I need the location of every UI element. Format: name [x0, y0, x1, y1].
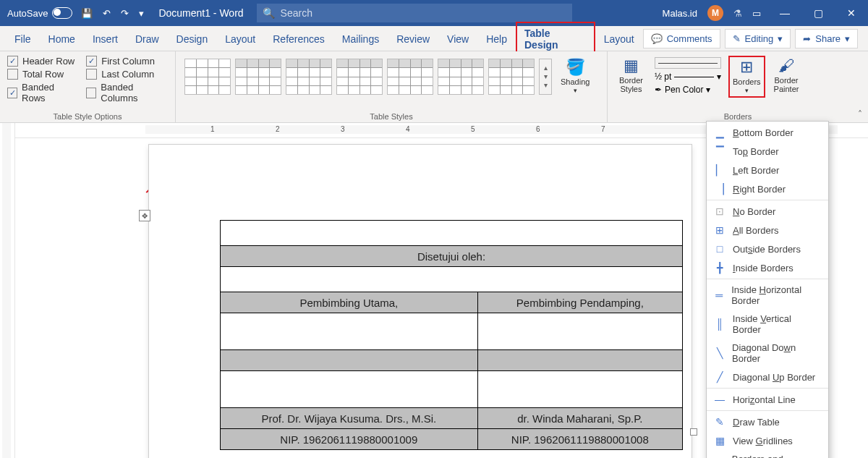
chk-banded-columns[interactable]: Banded Columns	[86, 82, 168, 103]
menu-outside-borders[interactable]: □Outside Borders	[707, 239, 828, 258]
menu-no-border[interactable]: ⊡No Border	[707, 202, 828, 221]
border-styles-button[interactable]: ▦Border Styles	[615, 56, 647, 95]
chevron-down-icon: ▾	[745, 88, 749, 95]
chk-banded-rows[interactable]: ✓Banded Rows	[7, 82, 76, 103]
save-icon[interactable]: 💾	[81, 8, 93, 19]
tab-references[interactable]: References	[264, 27, 333, 49]
style-thumb[interactable]	[438, 59, 484, 95]
chk-header-row[interactable]: ✓Header Row	[7, 56, 76, 67]
close-button[interactable]: ✕	[835, 0, 868, 26]
editing-button[interactable]: ✎Editing▾	[725, 29, 791, 48]
chevron-down-icon[interactable]: ▾	[717, 72, 721, 82]
menu-diag-down[interactable]: ╲Diagonal Down Border	[707, 339, 828, 368]
tab-insert[interactable]: Insert	[84, 27, 127, 49]
user-name[interactable]: Malas.id	[663, 8, 697, 19]
menu-horizontal-line[interactable]: ―Horizontal Line	[707, 390, 828, 409]
chk-last-column[interactable]: Last Column	[86, 69, 168, 80]
coming-soon-icon[interactable]: ⚗	[733, 8, 742, 19]
table-title[interactable]: Disetujui oleh:	[221, 246, 683, 267]
border-styles-icon: ▦	[624, 57, 639, 75]
table-resize-handle[interactable]	[690, 428, 697, 436]
borders-button >button[interactable]: ⊞Borders▾	[728, 56, 765, 98]
share-button[interactable]: ➦Share▾	[795, 29, 858, 48]
share-icon: ➦	[803, 33, 811, 44]
ribbon-display-icon[interactable]: ▭	[752, 8, 761, 19]
tab-review[interactable]: Review	[388, 27, 438, 49]
search-placeholder: Search	[281, 7, 312, 19]
menu-right-border[interactable]: ▕Right Border	[707, 179, 828, 198]
tab-mailings[interactable]: Mailings	[333, 27, 388, 49]
chevron-down-icon: ▾	[778, 33, 783, 44]
inside-v-icon: ║	[714, 318, 726, 330]
group-table-styles: ▴▾▾ 🪣Shading▾ Table Styles	[176, 51, 608, 122]
tab-draw[interactable]: Draw	[127, 27, 168, 49]
col1-header[interactable]: Pembimbing Utama,	[221, 292, 478, 313]
menu-view-gridlines[interactable]: ▦View Gridlines	[707, 431, 828, 450]
tab-table-layout[interactable]: Layout	[595, 27, 643, 49]
avatar[interactable]: M	[707, 5, 723, 21]
vertical-ruler[interactable]	[0, 123, 15, 458]
borders-icon: ⊞	[740, 59, 753, 76]
titlebar: AutoSave 💾 ↶ ↷ ▾ Document1 - Word 🔍 Sear…	[0, 0, 868, 26]
style-thumb[interactable]	[488, 59, 535, 95]
style-thumb[interactable]	[286, 59, 332, 95]
menu-inside-horizontal[interactable]: ═Inside Horizontal Border	[707, 281, 828, 310]
tab-table-design[interactable]: Table Design	[516, 22, 595, 55]
col2-header[interactable]: Pembimbing Pendamping,	[477, 292, 682, 313]
search-box[interactable]: 🔍 Search	[257, 4, 572, 22]
table-move-handle[interactable]: ✥	[139, 210, 150, 221]
menu-inside-vertical[interactable]: ║Inside Vertical Border	[707, 310, 828, 339]
menu-borders-and-shading[interactable]: ▣Borders and Shading...	[707, 450, 828, 458]
page[interactable]: ✥ Disetujui oleh: Pembimbing Utama, Pemb…	[149, 145, 692, 458]
menu-bottom-border[interactable]: ▁Bottom Border	[707, 123, 828, 142]
menu-left-border[interactable]: ▏Left Border	[707, 161, 828, 179]
menu-inside-borders[interactable]: ╋Inside Borders	[707, 258, 828, 277]
nip1-cell[interactable]: NIP. 1962061119880001009	[221, 429, 478, 450]
chk-total-row[interactable]: Total Row	[7, 69, 76, 80]
gridlines-icon: ▦	[714, 435, 726, 446]
tab-view[interactable]: View	[438, 27, 477, 49]
tab-file[interactable]: File	[6, 27, 40, 49]
all-borders-icon: ⊞	[714, 224, 726, 236]
document-table[interactable]: Disetujui oleh: Pembimbing Utama, Pembim…	[220, 220, 683, 450]
autosave-label: AutoSave	[7, 8, 48, 19]
tab-home[interactable]: Home	[40, 27, 84, 49]
comments-button[interactable]: 💬Comments	[643, 29, 720, 48]
border-painter-button[interactable]: 🖌Border Painter	[770, 56, 804, 95]
style-thumb[interactable]	[387, 59, 433, 95]
painter-icon: 🖌	[778, 57, 794, 75]
no-border-icon: ⊡	[714, 205, 726, 217]
diag-up-icon: ╱	[714, 371, 726, 383]
tab-layout[interactable]: Layout	[216, 27, 264, 49]
line-style-selector[interactable]	[655, 57, 721, 69]
styles-more-button[interactable]: ▴▾▾	[539, 59, 552, 95]
maximize-button[interactable]: ▢	[801, 0, 835, 26]
autosave-toggle[interactable]: AutoSave	[0, 7, 80, 19]
style-thumb[interactable]	[336, 59, 383, 95]
tab-help[interactable]: Help	[477, 27, 516, 49]
chk-first-column[interactable]: ✓First Column	[86, 56, 168, 67]
name2-cell[interactable]: dr. Winda Maharani, Sp.P.	[477, 408, 682, 429]
shading-button[interactable]: 🪣Shading▾	[556, 57, 594, 96]
pen-color-button[interactable]: ✒Pen Color▾	[655, 85, 721, 95]
tab-design[interactable]: Design	[168, 27, 217, 49]
group-label-table-styles: Table Styles	[183, 111, 600, 121]
menu-diag-up[interactable]: ╱Diagonal Up Border	[707, 368, 828, 386]
pen-weight-label[interactable]: ½ pt	[655, 72, 671, 82]
hline-icon: ―	[714, 394, 726, 405]
menu-top-border[interactable]: ▔Top Border	[707, 142, 828, 161]
style-thumb[interactable]	[184, 59, 231, 95]
qat-dropdown-icon[interactable]: ▾	[139, 8, 144, 19]
nip2-cell[interactable]: NIP. 1962061119880001008	[477, 429, 682, 450]
menu-all-borders[interactable]: ⊞All Borders	[707, 221, 828, 239]
minimize-button[interactable]: —	[768, 0, 801, 26]
redo-icon[interactable]: ↷	[121, 8, 129, 19]
menu-draw-table[interactable]: ✎Draw Table	[707, 412, 828, 431]
borders-dropdown: ▁Bottom Border ▔Top Border ▏Left Border …	[706, 121, 829, 458]
search-icon: 🔍	[263, 7, 275, 19]
collapse-ribbon-icon[interactable]: ˄	[858, 109, 862, 119]
undo-icon[interactable]: ↶	[103, 8, 111, 19]
style-thumb[interactable]	[235, 59, 281, 95]
name1-cell[interactable]: Prof. Dr. Wijaya Kusuma. Drs., M.Si.	[221, 408, 478, 429]
border-right-icon: ▕	[714, 183, 726, 195]
